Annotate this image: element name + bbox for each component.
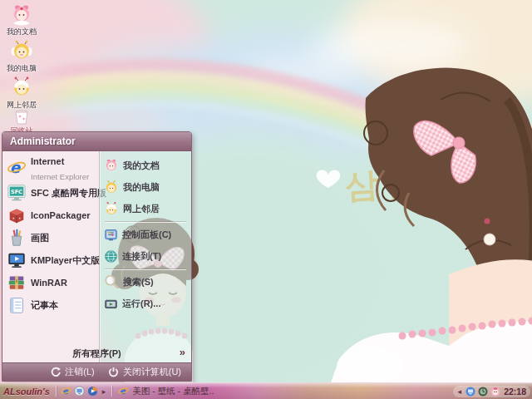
sfc-icon: SFC <box>7 183 27 203</box>
menu-item-network-places[interactable]: 网上邻居 <box>100 198 191 219</box>
all-programs-button[interactable]: 所有程序(P) » <box>2 342 191 362</box>
start-menu-user-banner: Administrator <box>2 132 191 151</box>
recycle-bin-icon <box>11 109 32 126</box>
menu-item-run[interactable]: 运行(R)... <box>100 293 191 314</box>
menu-item-title: Internet <box>31 156 64 166</box>
start-button[interactable]: ALsoulin's <box>0 387 54 397</box>
iconpackager-icon <box>7 205 27 225</box>
log-off-label: 注销(L) <box>65 366 94 378</box>
desktop-icon-network-places[interactable]: 网上邻居 <box>0 76 43 109</box>
taskbar-divider <box>56 386 57 397</box>
log-off-button[interactable]: 注销(L) <box>50 366 94 378</box>
menu-item-title: KMPlayer中文版 <box>31 255 100 265</box>
shut-down-icon <box>108 367 119 377</box>
menu-item-my-computer[interactable]: 我的电脑 <box>100 176 191 198</box>
taskbar-divider <box>111 386 112 397</box>
desktop-icon-my-computer[interactable]: 我的电脑 <box>0 40 43 72</box>
run-icon <box>104 297 118 311</box>
log-off-icon <box>50 367 61 377</box>
menu-item-label: 连接到(T) <box>122 251 161 261</box>
menu-item-sfc[interactable]: SFC SFC 桌酷网专用版 <box>2 181 99 204</box>
svg-text:SFC: SFC <box>11 188 22 195</box>
desktop: 삼월 <box>0 0 532 399</box>
menu-item-title: SFC 桌酷网专用版 <box>31 188 106 198</box>
media-player-icon[interactable] <box>87 386 98 397</box>
desktop-icon-label: 我的电脑 <box>0 64 43 72</box>
shut-down-button[interactable]: 关闭计算机(U) <box>108 366 181 378</box>
menu-item-iconpackager[interactable]: IconPackager <box>2 204 99 226</box>
menu-separator <box>105 268 186 269</box>
paint-icon <box>7 228 27 248</box>
start-menu: Administrator e Internet Internet Explor… <box>2 131 192 382</box>
my-computer-icon <box>104 180 119 195</box>
menu-item-search[interactable]: 搜索(S) <box>100 271 191 293</box>
menu-item-label: 我的文档 <box>123 160 160 170</box>
menu-item-title: 记事本 <box>31 300 58 310</box>
my-documents-icon <box>11 3 32 27</box>
task-button-title: 美图 - 壁纸 - 桌酷壁.. <box>132 386 214 397</box>
tray-messenger-icon[interactable] <box>490 387 500 397</box>
start-menu-places-list: 我的文档 我的电脑 <box>99 151 191 362</box>
menu-item-notepad[interactable]: 记事本 <box>2 293 99 316</box>
menu-item-label: 控制面板(C) <box>122 229 171 239</box>
taskbar: ALsoulin's e ▸ e 美图 - 壁纸 - <box>0 382 532 399</box>
menu-item-paint[interactable]: 画图 <box>2 226 99 249</box>
tray-network-icon[interactable] <box>466 387 475 397</box>
winrar-icon <box>7 273 27 293</box>
menu-item-label: 我的电脑 <box>123 182 160 192</box>
menu-item-internet[interactable]: e Internet Internet Explorer <box>2 154 99 181</box>
all-programs-label: 所有程序(P) <box>72 347 121 360</box>
internet-explorer-icon[interactable]: e <box>61 386 71 397</box>
menu-item-subtitle: Internet Explorer <box>31 172 89 181</box>
notepad-icon <box>7 295 27 315</box>
menu-item-label: 网上邻居 <box>123 204 160 214</box>
desktop-icon-my-documents[interactable]: 我的文档 <box>0 3 43 36</box>
internet-explorer-icon: e <box>7 158 27 178</box>
internet-explorer-icon: e <box>118 386 129 397</box>
tray-scheduler-icon[interactable] <box>478 387 488 397</box>
shut-down-label: 关闭计算机(U) <box>123 366 181 378</box>
all-programs-arrow-icon: » <box>180 346 185 358</box>
menu-item-my-documents[interactable]: 我的文档 <box>100 155 191 176</box>
user-name: Administrator <box>10 135 76 147</box>
tray-overflow-icon[interactable]: ◂ <box>456 387 464 396</box>
show-desktop-icon[interactable] <box>74 386 85 397</box>
network-places-icon <box>104 201 119 216</box>
system-tray: ◂ 22:18 <box>453 386 530 397</box>
network-places-icon <box>11 76 32 100</box>
start-menu-pinned-list: e Internet Internet Explorer SFC <box>2 151 99 362</box>
search-icon <box>104 274 119 289</box>
menu-item-winrar[interactable]: WinRAR <box>2 271 99 293</box>
control-panel-icon <box>104 228 118 242</box>
taskbar-clock[interactable]: 22:18 <box>503 387 527 397</box>
quick-launch: e ▸ <box>58 386 111 397</box>
menu-item-label: 搜索(S) <box>123 277 154 287</box>
desktop-icon-label: 网上邻居 <box>0 101 43 109</box>
menu-item-title: WinRAR <box>31 278 67 288</box>
quick-launch-overflow-icon[interactable]: ▸ <box>101 387 108 396</box>
my-computer-icon <box>11 40 32 63</box>
menu-item-title: 画图 <box>31 233 49 243</box>
menu-item-connect-to[interactable]: 连接到(T) <box>100 245 191 267</box>
menu-item-control-panel[interactable]: 控制面板(C) <box>100 224 191 245</box>
task-button-browser[interactable]: e 美图 - 壁纸 - 桌酷壁.. <box>114 386 218 397</box>
kmplayer-icon <box>7 250 27 270</box>
menu-separator <box>105 221 186 222</box>
menu-item-kmplayer[interactable]: KMPlayer中文版 <box>2 249 99 271</box>
menu-item-title: IconPackager <box>31 210 91 220</box>
my-documents-icon <box>104 158 119 173</box>
desktop-icon-label: 我的文档 <box>0 27 43 36</box>
svg-text:e: e <box>10 159 22 176</box>
connect-to-icon <box>104 249 118 264</box>
start-menu-footer: 注销(L) 关闭计算机(U) <box>2 362 191 381</box>
menu-item-label: 运行(R)... <box>122 298 160 308</box>
